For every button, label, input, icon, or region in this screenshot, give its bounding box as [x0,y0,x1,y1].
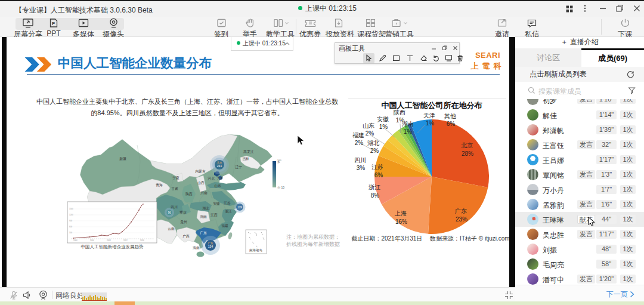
svg-text:天津: 天津 [423,112,435,119]
svg-text:北京: 北京 [217,161,223,164]
svg-text:中国人工智能公司所在地分布: 中国人工智能公司所在地分布 [382,101,482,110]
svg-text:湖南: 湖南 [402,121,414,127]
svg-text:2%: 2% [366,130,374,137]
svg-text:浙江: 浙江 [225,210,232,214]
svg-text:新疆: 新疆 [119,156,126,161]
svg-text:吉林: 吉林 [242,157,249,161]
svg-text:2008: 2008 [107,239,111,242]
svg-text:1%: 1% [404,128,413,135]
svg-text:P: P [52,21,55,26]
svg-text:2012: 2012 [123,239,128,242]
svg-text:内蒙古: 内蒙古 [195,170,206,174]
svg-text:山东: 山东 [363,122,374,129]
svg-text:6%: 6% [447,121,456,127]
svg-text:山东: 山东 [214,184,221,187]
svg-text:600: 600 [69,226,72,228]
svg-text:江苏: 江苏 [371,164,383,170]
svg-text:100: 100 [277,159,281,162]
svg-text:其他: 其他 [444,113,456,119]
svg-text:23%: 23% [456,216,467,223]
svg-text:2004: 2004 [90,239,94,242]
svg-text:贵州: 贵州 [180,220,187,224]
svg-text:1%: 1% [379,124,388,130]
svg-text:天津: 天津 [217,176,223,180]
svg-text:2%: 2% [370,147,379,154]
svg-text:北京: 北京 [461,142,473,149]
svg-text:辽宁: 辽宁 [235,165,242,169]
svg-text:16%: 16% [395,218,407,225]
svg-text:湖南: 湖南 [200,215,207,218]
svg-text:宁夏: 宁夏 [172,176,179,180]
svg-text:1%: 1% [426,120,435,127]
svg-text:241: 241 [217,164,222,168]
svg-text:安徽: 安徽 [377,116,389,122]
svg-text:四川: 四川 [171,205,178,210]
svg-text:154: 154 [208,245,213,248]
svg-text:广东: 广东 [455,208,467,214]
svg-text:96: 96 [168,211,171,214]
svg-text:2016: 2016 [140,239,144,242]
svg-text:300: 300 [69,232,72,234]
svg-text:福建: 福建 [221,224,228,228]
svg-text:900: 900 [69,220,72,222]
svg-text:河南: 河南 [200,191,208,195]
svg-text:黑龙江: 黑龙江 [243,150,254,154]
svg-text:少 10: 少 10 [277,186,284,189]
svg-text:南海诸岛: 南海诸岛 [249,248,262,252]
svg-text:1200: 1200 [69,214,73,216]
svg-text:139: 139 [237,206,242,209]
svg-text:重庆: 重庆 [179,210,187,214]
svg-text:中国人工智能新增企业发展趋势: 中国人工智能新增企业发展趋势 [81,244,144,249]
svg-text:青海: 青海 [156,183,163,187]
svg-text:河北: 河北 [208,177,215,181]
svg-text:江西: 江西 [210,213,218,217]
svg-text:云南: 云南 [168,227,175,230]
svg-text:福建: 福建 [352,132,364,138]
svg-text:安徽: 安徽 [213,202,220,206]
svg-text:上海: 上海 [394,210,407,217]
svg-text:山西: 山西 [197,181,205,185]
svg-text:2%: 2% [355,140,364,146]
svg-text:湖北: 湖北 [202,207,209,211]
svg-text:江苏: 江苏 [224,201,231,205]
svg-text:甘肃: 甘肃 [171,187,178,190]
svg-text:8%: 8% [371,192,380,199]
svg-text:广西: 广西 [182,235,190,239]
svg-text:陕西: 陕西 [394,109,405,116]
svg-text:陕西: 陕西 [185,192,193,196]
svg-text:3%: 3% [357,165,366,171]
svg-text:湖北: 湖北 [367,140,380,146]
svg-text:广东: 广东 [200,231,207,235]
svg-text:2000: 2000 [73,239,78,242]
svg-text:28%: 28% [462,150,473,157]
svg-text:截止日期：2021年3月31日 数据来源：IT桔子 © i: 截止日期：2021年3月31日 数据来源：IT桔子 © itjuzi.com [351,235,509,242]
svg-text:海南: 海南 [193,246,200,250]
svg-text:6%: 6% [374,172,383,178]
svg-text:四川: 四川 [354,157,366,164]
svg-text:浙江: 浙江 [369,184,380,190]
svg-text:1500: 1500 [69,208,73,210]
